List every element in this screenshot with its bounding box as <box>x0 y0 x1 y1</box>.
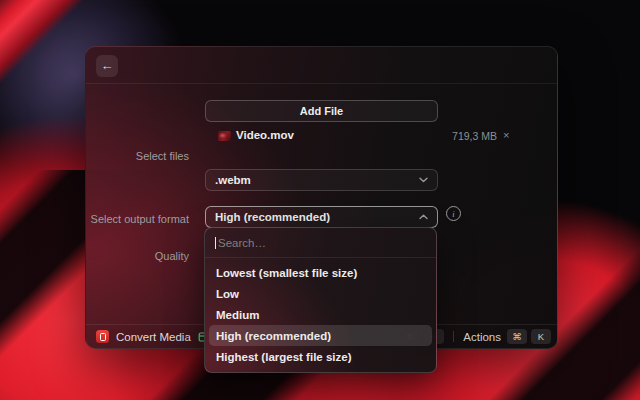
quality-label: Quality <box>86 250 189 262</box>
actions-label[interactable]: Actions <box>463 331 501 343</box>
dropdown-option[interactable]: Medium <box>209 304 432 325</box>
quality-select[interactable]: High (recommended) <box>205 206 438 228</box>
select-files-label: Select files <box>86 150 189 162</box>
back-button[interactable]: ← <box>96 55 118 77</box>
dropdown-search-row <box>205 228 436 257</box>
dropdown-option[interactable]: Highest (largest file size) <box>209 346 432 367</box>
output-format-select[interactable]: .webm <box>205 169 438 191</box>
chevron-up-icon <box>419 214 428 220</box>
info-icon[interactable]: i <box>446 206 461 221</box>
footer-divider <box>453 331 454 342</box>
chevron-down-icon <box>419 177 428 183</box>
cmd-key-icon[interactable]: ⌘ <box>507 329 527 344</box>
quality-dropdown: Lowest (smallest file size) Low Medium H… <box>204 227 437 373</box>
convert-media-extension-icon <box>96 330 109 343</box>
app-name: Convert Media <box>116 331 191 343</box>
k-key-icon[interactable]: K <box>531 329 551 344</box>
selected-file-row: Video.mov 719,3 MB × <box>205 128 523 144</box>
dropdown-option[interactable]: Low <box>209 283 432 304</box>
dropdown-search-input[interactable] <box>218 237 426 249</box>
quality-value: High (recommended) <box>215 211 330 223</box>
output-format-label: Select output format <box>86 213 189 225</box>
output-format-value: .webm <box>215 174 251 186</box>
window-header: ← <box>86 47 557 84</box>
footer-left: Convert Media <box>96 325 210 348</box>
add-file-button[interactable]: Add File <box>205 100 438 122</box>
dropdown-option[interactable]: Lowest (smallest file size) <box>209 262 432 283</box>
dropdown-option[interactable]: High (recommended) <box>209 325 432 346</box>
dropdown-options: Lowest (smallest file size) Low Medium H… <box>205 258 436 372</box>
text-caret <box>215 237 216 249</box>
remove-file-icon[interactable]: × <box>503 129 509 141</box>
file-size: 719,3 MB <box>395 130 497 142</box>
video-thumbnail-icon <box>218 131 231 141</box>
file-name: Video.mov <box>236 129 294 141</box>
desktop: ← Select files Add File Video.mov 719,3 … <box>0 0 640 400</box>
